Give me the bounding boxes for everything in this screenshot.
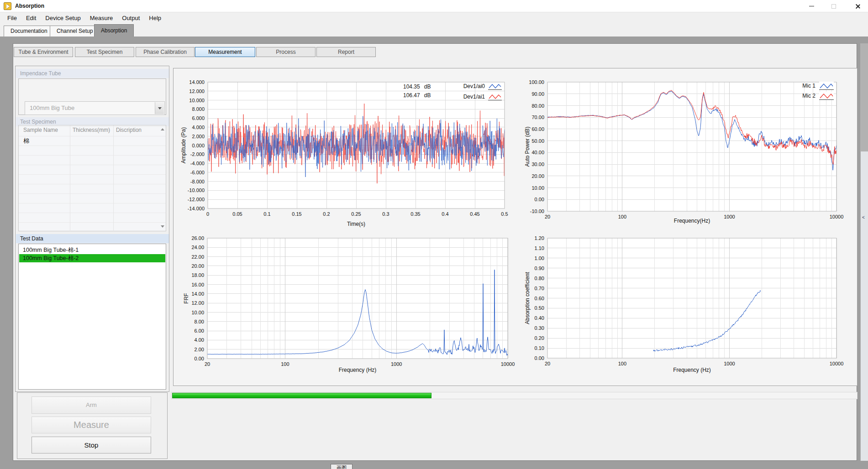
- dropdown-arrow-button[interactable]: [155, 102, 164, 114]
- svg-text:8.000: 8.000: [192, 106, 205, 112]
- svg-text:-8.000: -8.000: [190, 179, 205, 184]
- title-bar: Absorption: [0, 0, 868, 12]
- y-axis-label: Absorption coefficient: [524, 272, 531, 324]
- y-axis-label: Auto Power (dB): [524, 126, 531, 167]
- x-axis-label: Time(s): [347, 221, 365, 227]
- tab-documentation[interactable]: Documentation: [4, 26, 54, 36]
- measure-button[interactable]: Measure: [32, 417, 151, 433]
- svg-text:0: 0: [206, 211, 209, 217]
- svg-text:-10.000: -10.000: [188, 188, 205, 193]
- svg-text:22.00: 22.00: [191, 254, 204, 260]
- tab-channel-setup[interactable]: Channel Setup: [50, 26, 100, 36]
- subtab-measurement[interactable]: Measurement: [195, 47, 255, 57]
- column-divider: [113, 125, 114, 232]
- svg-text:50.00: 50.00: [531, 138, 544, 144]
- svg-text:100.00: 100.00: [529, 79, 544, 85]
- minimize-button[interactable]: [801, 0, 822, 12]
- svg-text:1000: 1000: [724, 361, 735, 366]
- chart-panel: -14.000-12.000-10.000-8.000-6.000-4.000-…: [173, 68, 857, 386]
- menu-help[interactable]: Help: [145, 13, 165, 23]
- stop-button[interactable]: Stop: [32, 437, 151, 453]
- svg-text:6.000: 6.000: [192, 115, 205, 121]
- svg-text:1.20: 1.20: [535, 235, 544, 241]
- legend-line-icon[interactable]: [488, 83, 502, 90]
- bottom-tab-draw[interactable]: 画图: [331, 464, 352, 469]
- svg-text:10000: 10000: [501, 361, 515, 367]
- menu-device-setup[interactable]: Device Setup: [41, 13, 84, 23]
- arm-button[interactable]: Arm: [32, 396, 151, 414]
- plot-area: [547, 82, 836, 211]
- subtab-phase-calibration[interactable]: Phase Calibration: [136, 47, 195, 57]
- svg-text:0.000: 0.000: [192, 143, 205, 148]
- svg-text:26.00: 26.00: [191, 235, 204, 241]
- legend-label-mic2[interactable]: Mic 2: [794, 92, 815, 100]
- svg-text:0.45: 0.45: [470, 211, 479, 217]
- svg-text:0.35: 0.35: [410, 211, 420, 217]
- list-item-selected[interactable]: 100mm Big Tube-棉-2: [19, 254, 165, 262]
- scroll-down-icon[interactable]: [161, 225, 164, 228]
- menu-measure[interactable]: Measure: [86, 13, 117, 23]
- svg-text:0.4: 0.4: [442, 211, 448, 217]
- impedance-tube-dropdown[interactable]: 100mm Big Tube: [25, 101, 165, 115]
- sidebar: Impendace Tube 100mm Big Tube Test Speci…: [15, 66, 169, 392]
- svg-text:1000: 1000: [391, 361, 402, 367]
- maximize-button[interactable]: [823, 0, 844, 12]
- svg-text:0.5: 0.5: [501, 211, 508, 217]
- svg-text:14.00: 14.00: [191, 291, 204, 297]
- svg-text:10.00: 10.00: [191, 310, 204, 315]
- page-background: Tube & Environment Test Specimen Phase C…: [0, 36, 868, 469]
- test-specimen-table[interactable]: Sample Name Thickness(mm) Discription 棉: [18, 125, 166, 231]
- legend-line-icon[interactable]: [488, 93, 502, 100]
- close-icon: [855, 4, 861, 9]
- svg-text:-6.000: -6.000: [190, 170, 205, 175]
- svg-text:10000: 10000: [830, 361, 844, 366]
- svg-text:0.00: 0.00: [195, 356, 204, 361]
- subtab-process[interactable]: Process: [256, 47, 316, 57]
- side-splitter[interactable]: [860, 151, 868, 461]
- svg-text:70.00: 70.00: [531, 115, 544, 120]
- svg-text:0.90: 0.90: [535, 266, 544, 271]
- impedance-tube-header: Impendace Tube: [16, 69, 169, 78]
- list-item[interactable]: 100mm Big Tube-棉-1: [19, 246, 165, 254]
- subtab-report[interactable]: Report: [316, 47, 376, 57]
- scroll-up-icon[interactable]: [161, 128, 164, 130]
- menu-file[interactable]: File: [3, 13, 21, 23]
- y-axis-label: FRF: [183, 293, 189, 303]
- svg-text:4.00: 4.00: [195, 337, 204, 343]
- svg-text:2.00: 2.00: [195, 347, 204, 352]
- legend-line-icon[interactable]: [819, 82, 834, 90]
- svg-text:0.3: 0.3: [382, 211, 389, 217]
- subtab-tube-environment[interactable]: Tube & Environment: [14, 47, 73, 57]
- table-row[interactable]: 棉: [23, 137, 29, 145]
- legend-label-dev1-ai0[interactable]: Dev1/ai0: [457, 82, 485, 90]
- svg-text:0.25: 0.25: [351, 211, 361, 217]
- svg-text:0.60: 0.60: [535, 296, 544, 301]
- tab-absorption[interactable]: Absorption: [94, 24, 134, 36]
- tab-strip: Documentation Channel Setup Absorption: [0, 24, 868, 36]
- close-button[interactable]: [847, 0, 868, 12]
- subtab-test-specimen[interactable]: Test Specimen: [75, 47, 134, 57]
- legend-line-icon[interactable]: [819, 92, 834, 100]
- svg-text:20: 20: [545, 214, 550, 219]
- x-axis-label: Frequency(Hz): [674, 218, 710, 224]
- svg-text:0.50: 0.50: [535, 305, 544, 311]
- plot-area: [207, 238, 508, 359]
- collapse-left-icon[interactable]: <: [862, 215, 867, 220]
- svg-text:1.00: 1.00: [535, 255, 544, 261]
- maximize-icon: [831, 4, 836, 9]
- col-sample-name: Sample Name: [23, 127, 58, 133]
- impedance-tube-value: 100mm Big Tube: [30, 104, 74, 111]
- command-button-box: Arm Measure Stop: [17, 392, 168, 459]
- menu-output[interactable]: Output: [118, 13, 144, 23]
- svg-text:-12.000: -12.000: [188, 197, 205, 202]
- svg-text:0.05: 0.05: [232, 211, 242, 217]
- menu-edit[interactable]: Edit: [22, 13, 40, 23]
- svg-text:12.00: 12.00: [191, 300, 204, 306]
- level-readout-ai1: 106.47 dB: [401, 91, 432, 99]
- svg-text:16.00: 16.00: [191, 282, 204, 287]
- test-data-list: 100mm Big Tube-棉-1 100mm Big Tube-棉-2: [18, 244, 166, 390]
- svg-text:0.20: 0.20: [535, 335, 544, 341]
- svg-text:-14.000: -14.000: [188, 206, 205, 211]
- legend-label-dev1-ai1[interactable]: Dev1/ai1: [457, 93, 485, 101]
- legend-label-mic1[interactable]: Mic 1: [794, 82, 815, 90]
